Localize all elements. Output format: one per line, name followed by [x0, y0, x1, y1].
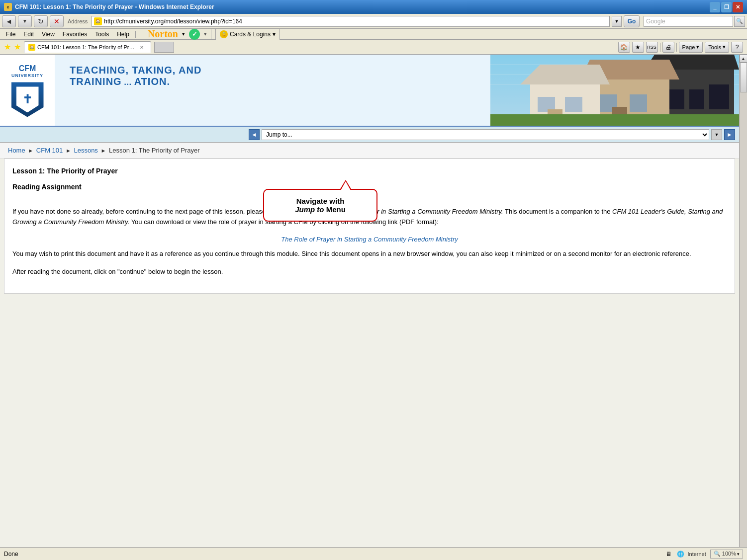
menu-tools[interactable]: Tools — [91, 30, 113, 39]
norton-dropdown[interactable]: ▾ — [182, 31, 185, 37]
cfm-cross-icon: ✝ — [22, 92, 32, 106]
cfm-tagline-line4: ation. — [134, 76, 170, 87]
svg-rect-17 — [565, 97, 582, 112]
help-button[interactable]: ? — [731, 42, 743, 53]
home-tool-button[interactable]: 🏠 — [618, 42, 630, 53]
status-right: 🖥 🌐 Internet 🔍 100% ▾ — [663, 549, 743, 559]
refresh-button[interactable]: ↻ — [34, 15, 48, 27]
sep — [211, 29, 211, 39]
address-dropdown[interactable]: ▼ — [612, 16, 622, 27]
main-area: CFM UNIVERSITY ✝ Teaching, T — [0, 55, 747, 560]
new-tab-button[interactable] — [154, 42, 174, 53]
tab-close-button[interactable]: ✕ — [139, 45, 145, 50]
menu-view[interactable]: View — [38, 30, 59, 39]
minimize-button[interactable]: _ — [710, 2, 720, 12]
lesson-title: Lesson 1: The Priority of Prayer — [12, 167, 727, 175]
scroll-up-button[interactable]: ▲ — [740, 55, 747, 63]
page-label: Page — [682, 44, 695, 50]
sep — [660, 43, 660, 52]
google-search-button[interactable]: 🔍 — [734, 16, 745, 27]
menubar-sep — [135, 31, 136, 38]
close-button[interactable]: ✕ — [733, 2, 743, 12]
tools-button[interactable]: Tools ▾ — [705, 42, 729, 53]
breadcrumb-home[interactable]: Home — [8, 147, 25, 154]
page-wrapper: CFM UNIVERSITY ✝ Teaching, T — [0, 55, 739, 560]
cfm-tagline: Teaching, Taking, and Training … ation. — [55, 55, 490, 126]
cfm-tagline-line3: … — [124, 78, 132, 87]
titlebar-title: CFM 101: Lesson 1: The Priority of Praye… — [15, 3, 710, 10]
cards-dropdown-arrow: ▾ — [273, 31, 276, 38]
svg-rect-6 — [669, 89, 684, 109]
lesson-body-2: You may wish to print this document and … — [12, 249, 727, 259]
page-button[interactable]: Page ▾ — [679, 42, 703, 53]
page-content-scroll: CFM UNIVERSITY ✝ Teaching, T — [0, 55, 739, 560]
cfm-shield-inner: ✝ — [16, 86, 39, 112]
maximize-button[interactable]: ❐ — [721, 2, 732, 12]
scrollbar-right: ▲ ▼ — [739, 55, 747, 560]
breadcrumb-current: Lesson 1: The Priority of Prayer — [109, 147, 200, 154]
menu-edit[interactable]: Edit — [19, 30, 38, 39]
svg-rect-12 — [630, 94, 647, 112]
window-controls: _ ❐ ✕ — [710, 2, 743, 12]
url-text: http://cfmuniversity.org/mod/lesson/view… — [104, 18, 242, 25]
breadcrumb-trail: Home ► CFM 101 ► Lessons ► Lesson 1: The… — [0, 143, 739, 159]
back-button[interactable]: ◄ — [2, 15, 16, 27]
forward-button[interactable]: ▼ — [18, 15, 32, 27]
rss-button[interactable]: RSS — [646, 42, 658, 53]
cfm-tagline-line1: Teaching, Taking, and — [70, 65, 475, 76]
status-icon-2: 🌐 — [675, 549, 685, 559]
jumpto-back-button[interactable]: ◄ — [249, 129, 260, 140]
breadcrumb-cfm101[interactable]: CFM 101 — [36, 147, 63, 154]
favbar: ★ ★ 🏠 CFM 101: Lesson 1: The Priority of… — [0, 40, 747, 55]
toolbar-tools-right: 🏠 ★ RSS 🖨 Page ▾ Tools ▾ ? — [618, 42, 743, 53]
print-button[interactable]: 🖨 — [662, 42, 674, 53]
callout2-tail-inner — [341, 181, 351, 190]
address-box[interactable]: 🏠 http://cfmuniversity.org/mod/lesson/vi… — [92, 16, 610, 27]
sep — [676, 43, 677, 52]
url-icon: 🏠 — [94, 17, 102, 25]
favorites-tool-button[interactable]: ★ — [632, 42, 644, 53]
tab-label: CFM 101: Lesson 1: The Priority of Praye… — [37, 44, 137, 50]
tab-icon: 🏠 — [28, 44, 35, 51]
norton-check-icon[interactable]: ✓ — [189, 29, 200, 40]
cfm-tagline-line2: Training — [70, 76, 122, 87]
status-icons: 🖥 🌐 Internet — [663, 549, 706, 559]
jumpto-dropdown-arrow[interactable]: ▼ — [711, 129, 722, 140]
address-label: Address — [66, 18, 90, 24]
go-button[interactable]: Go — [624, 15, 640, 27]
breadcrumb-lessons[interactable]: Lessons — [74, 147, 97, 154]
breadcrumb-sep2: ► — [66, 148, 71, 154]
jumpto-forward-button[interactable]: ► — [724, 129, 735, 140]
lesson-content: Lesson 1: The Priority of Prayer Reading… — [4, 159, 735, 293]
status-zoom-area[interactable]: 🔍 100% ▾ — [710, 550, 743, 559]
titlebar: e CFM 101: Lesson 1: The Priority of Pra… — [0, 0, 747, 14]
jumpto-select[interactable]: Jump to... — [262, 129, 709, 140]
cfm-text: CFM UNIVERSITY — [11, 64, 43, 79]
statusbar: Done 🖥 🌐 Internet 🔍 100% ▾ — [0, 547, 747, 560]
favorites-star[interactable]: ★ — [4, 42, 11, 52]
menu-help[interactable]: Help — [113, 30, 133, 39]
menu-favorites[interactable]: Favorites — [59, 30, 91, 39]
cards-logins-label: Cards & Logins — [230, 31, 271, 38]
add-favorites-star[interactable]: ★ — [14, 42, 21, 52]
nav-jumpto-bar: ◄ Jump to... ▼ ► — [0, 127, 739, 143]
status-zoom-text: 🔍 100% — [714, 551, 736, 557]
menubar: File Edit View Favorites Tools Help Nort… — [0, 29, 747, 40]
google-search-input[interactable]: Google — [644, 16, 733, 27]
cards-logins-button[interactable]: 🔒 Cards & Logins ▾ — [215, 28, 280, 40]
cfm-header-image — [490, 55, 739, 126]
browser-tab[interactable]: 🏠 CFM 101: Lesson 1: The Priority of Pra… — [24, 41, 151, 53]
scroll-thumb[interactable] — [740, 63, 747, 92]
norton-label: Norton — [148, 28, 178, 40]
cfm-logo-area: CFM UNIVERSITY ✝ — [0, 55, 55, 126]
status-icon-1: 🖥 — [663, 549, 673, 559]
cfm-logo: CFM UNIVERSITY ✝ — [7, 63, 47, 118]
lesson-pdf-link[interactable]: The Role of Prayer in Starting a Communi… — [12, 236, 727, 243]
breadcrumb-sep1: ► — [28, 148, 33, 154]
jumpto-callout: Navigate withJump to Menu — [263, 189, 377, 222]
help-label: ? — [736, 44, 739, 51]
menu-file[interactable]: File — [2, 30, 19, 39]
stop-button[interactable]: ✕ — [50, 15, 64, 27]
houses-svg — [490, 55, 739, 126]
tools-dropdown: ▾ — [723, 44, 726, 50]
